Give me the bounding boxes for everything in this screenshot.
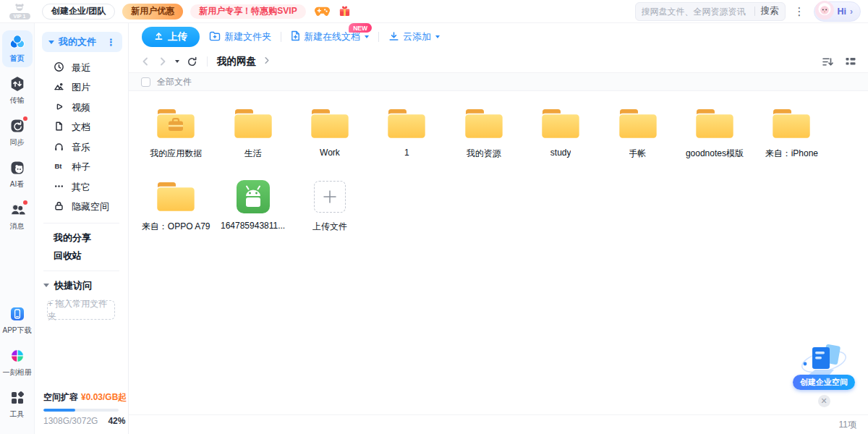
file-name: 手帐 [629,148,647,160]
gift-icon[interactable] [339,5,351,17]
file-item[interactable]: study [522,101,599,174]
file-name: 生活 [244,148,262,160]
cloud-add-icon [388,31,399,43]
account-button[interactable]: Hi › [814,1,861,22]
file-icon [694,106,736,142]
file-item[interactable]: 来自：OPPO A79 [137,174,214,247]
notification-dot [23,200,27,205]
photo-album-icon [9,348,25,366]
view-toggle-icon[interactable] [845,56,856,67]
sidebar-item-torrents[interactable]: Bt 种子 [35,158,128,178]
sort-icon[interactable] [822,56,834,67]
file-item[interactable]: 164785943811... [214,174,291,247]
sidebar-item-pictures[interactable]: 图片 [35,78,128,98]
storage-expand-link[interactable]: 空间扩容 ¥0.03/GB起 › [43,391,119,404]
breadcrumb-root[interactable]: 我的网盘 [217,55,256,68]
sync-icon [9,118,25,136]
sidebar: 我的文件 ⋮ 最近 图片 视频 文档 音乐 Bt 种子 其它 隐藏空间 我的分享… [35,23,129,434]
file-name: 来自：iPhone [765,148,818,160]
sidebar-item-music[interactable]: 音乐 [35,137,128,158]
rail-item-ai-view[interactable]: AI看 [2,156,33,193]
sidebar-item-quick-access[interactable]: 快捷访问 [35,276,128,294]
file-item[interactable]: 上传文件 [292,174,368,247]
select-all-checkbox[interactable] [141,77,150,87]
breadcrumb-bar: 我的网盘 [129,51,868,73]
file-item[interactable]: Work [292,101,368,174]
rail-item-tools[interactable]: 工具 [2,386,33,423]
sidebar-item-videos[interactable]: 视频 [35,98,128,118]
rail-item-sync[interactable]: 同步 [2,114,33,151]
vip-avatar-icon [14,3,25,13]
clock-icon [54,61,64,75]
file-item[interactable]: 我的资源 [446,101,522,174]
back-button[interactable] [140,56,150,67]
create-enterprise-space-button[interactable]: 创建企业空间 [793,375,855,390]
sidebar-item-documents[interactable]: 文档 [35,118,128,138]
search-input[interactable] [642,7,749,17]
rail-item-home[interactable]: 首页 [2,30,33,67]
file-icon [235,179,271,215]
sidebar-item-recent[interactable]: 最近 [35,58,128,78]
file-item[interactable]: 生活 [214,101,291,174]
sidebar-item-my-files[interactable]: 我的文件 ⋮ [42,32,122,52]
search-button[interactable]: 搜索 [761,5,779,17]
svg-text:Bt: Bt [55,162,63,170]
lock-icon [54,200,64,213]
game-icon[interactable] [315,6,330,17]
more-menu-icon[interactable]: ⋮ [794,5,805,18]
storage-progress-bar [43,409,119,412]
rail-item-app-download[interactable]: APP下载 [2,302,33,339]
cloud-add-button[interactable]: 云添加 [388,30,440,43]
divider [43,223,119,224]
file-name: study [550,148,571,158]
file-item[interactable]: goodnotes模版 [676,101,753,174]
select-all-label: 全部文件 [157,76,192,88]
file-item[interactable]: 我的应用数据 [137,101,214,174]
rail-item-photo-album[interactable]: 一刻相册 [2,344,33,381]
new-user-promo-button[interactable]: 新用户优惠 [122,4,183,20]
svip-promo-button[interactable]: 新用户专享！特惠购SVIP [190,4,305,19]
sidebar-item-my-share[interactable]: 我的分享 [35,229,128,247]
file-name: Work [320,148,340,158]
search-divider [754,7,755,16]
file-name: goodnotes模版 [686,148,744,160]
divider [43,271,119,271]
upload-button[interactable]: 上传 [142,27,200,47]
sidebar-item-hidden-space[interactable]: 隐藏空间 [35,197,128,218]
toolbar: 上传 新建文件夹 NEW 新建在线文档 云添加 [129,23,868,51]
file-name: 我的资源 [467,148,501,160]
drop-folder-zone[interactable]: + 拖入常用文件夹 [47,300,115,320]
refresh-icon[interactable] [187,56,197,67]
file-icon [314,179,346,215]
create-team-button[interactable]: 创建企业/团队 [42,4,115,20]
file-icon [232,106,274,142]
forward-button[interactable] [158,56,168,67]
history-dropdown-icon[interactable] [175,60,179,63]
messages-icon [9,202,25,220]
tools-icon [9,390,25,408]
new-badge: NEW [349,23,372,33]
video-icon [54,101,64,114]
image-icon [54,81,64,94]
new-online-doc-button[interactable]: NEW 新建在线文档 [291,30,369,43]
new-folder-button[interactable]: 新建文件夹 [209,30,271,43]
file-grid: 我的应用数据 生活 Work 1 我的资源 study 手帐 goodnotes… [137,101,830,247]
new-doc-icon [291,30,300,43]
vip-badge[interactable]: VIP 1 [4,3,35,20]
ai-view-icon [9,160,25,178]
file-name: 我的应用数据 [150,148,202,160]
caret-down-icon [43,284,49,287]
close-icon[interactable]: ✕ [818,395,830,407]
sidebar-item-others[interactable]: 其它 [35,177,128,197]
rail-item-messages[interactable]: 消息 [2,198,33,235]
rail-item-transfer[interactable]: 传输 [2,72,33,109]
status-bar: 11项 [129,414,868,434]
storage-progress-fill [43,409,75,412]
kebab-menu-icon[interactable]: ⋮ [106,37,116,48]
file-item[interactable]: 手帐 [599,101,676,174]
file-item[interactable]: 1 [368,101,445,174]
file-item[interactable]: 来自：iPhone [753,101,830,174]
sidebar-item-recycle-bin[interactable]: 回收站 [35,247,128,265]
app-download-icon [9,306,25,324]
chevron-right-icon [263,56,271,67]
